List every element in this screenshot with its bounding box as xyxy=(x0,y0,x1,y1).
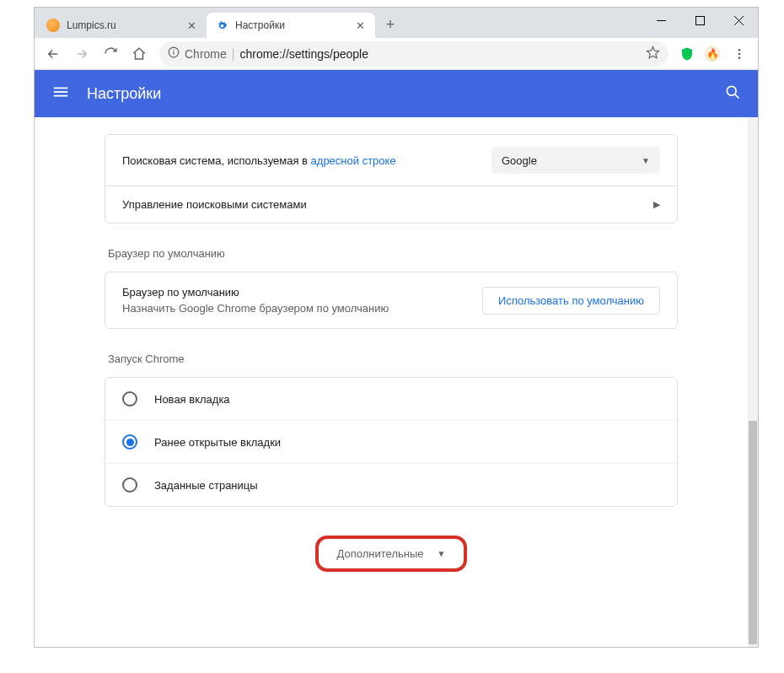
omnibox-url: chrome://settings/people xyxy=(239,47,368,61)
advanced-toggle-button[interactable]: Дополнительные ▼ xyxy=(315,536,468,572)
maximize-button[interactable] xyxy=(680,8,719,33)
svg-rect-12 xyxy=(54,95,68,97)
address-bar[interactable]: Chrome | chrome://settings/people xyxy=(159,41,669,67)
chevron-down-icon: ▼ xyxy=(438,549,446,558)
radio-icon xyxy=(122,434,137,450)
site-info-icon[interactable] xyxy=(168,46,180,61)
search-engine-card: Поисковая система, используемая в адресн… xyxy=(105,134,678,223)
manage-label: Управление поисковыми системами xyxy=(122,198,653,211)
section-title-default-browser: Браузер по умолчанию xyxy=(108,247,678,260)
close-icon[interactable]: ✕ xyxy=(353,19,367,32)
extension-flame-icon[interactable]: 🔥 xyxy=(701,42,724,66)
address-bar-link[interactable]: адресной строке xyxy=(311,154,396,167)
startup-card: Новая вкладка Ранее открытые вкладки Зад… xyxy=(105,377,678,507)
browser-tab-lumpics[interactable]: Lumpics.ru ✕ xyxy=(38,13,207,38)
svg-point-13 xyxy=(727,86,736,95)
search-engine-dropdown[interactable]: Google ▼ xyxy=(491,147,660,174)
content-area: Поисковая система, используемая в адресн… xyxy=(35,117,758,647)
menu-icon[interactable] xyxy=(51,83,70,105)
gear-icon xyxy=(215,19,228,32)
search-icon[interactable] xyxy=(724,83,741,104)
radio-icon xyxy=(122,477,137,493)
extension-shield-icon[interactable] xyxy=(675,42,699,66)
default-browser-text: Браузер по умолчанию Назначить Google Ch… xyxy=(122,286,482,315)
startup-option-continue[interactable]: Ранее открытые вкладки xyxy=(105,420,677,463)
browser-menu-button[interactable] xyxy=(726,40,753,67)
section-title-startup: Запуск Chrome xyxy=(108,353,678,365)
tab-title: Lumpics.ru xyxy=(67,19,185,31)
svg-rect-1 xyxy=(695,16,704,24)
minimize-button[interactable] xyxy=(642,8,680,33)
dropdown-value: Google xyxy=(502,154,537,167)
close-window-button[interactable] xyxy=(719,8,758,33)
startup-option-new-tab[interactable]: Новая вкладка xyxy=(105,378,677,420)
svg-rect-5 xyxy=(173,51,174,55)
radio-icon xyxy=(122,391,137,406)
page-title: Настройки xyxy=(87,85,161,103)
window-titlebar: Lumpics.ru ✕ Настройки ✕ + xyxy=(35,8,758,38)
window-controls xyxy=(642,8,758,33)
default-browser-title: Браузер по умолчанию xyxy=(122,286,482,299)
omnibox-divider: | xyxy=(232,47,235,61)
svg-point-8 xyxy=(738,52,741,55)
chevron-down-icon: ▼ xyxy=(642,156,650,165)
label-text: Поисковая система, используемая в xyxy=(122,154,311,167)
radio-label: Ранее открытые вкладки xyxy=(154,436,281,449)
search-engine-row[interactable]: Поисковая система, используемая в адресн… xyxy=(105,135,677,186)
default-browser-card: Браузер по умолчанию Назначить Google Ch… xyxy=(105,272,678,329)
favicon-lumpics xyxy=(46,19,60,32)
back-button[interactable] xyxy=(40,40,67,67)
startup-option-specific-pages[interactable]: Заданные страницы xyxy=(105,463,677,506)
advanced-label: Дополнительные xyxy=(337,547,424,560)
default-browser-row: Браузер по умолчанию Назначить Google Ch… xyxy=(105,272,677,328)
new-tab-button[interactable]: + xyxy=(379,13,402,36)
svg-rect-10 xyxy=(54,88,68,89)
manage-search-engines-row[interactable]: Управление поисковыми системами ▶ xyxy=(105,186,677,223)
browser-tab-settings[interactable]: Настройки ✕ xyxy=(207,13,375,38)
forward-button[interactable] xyxy=(68,40,95,67)
tab-title: Настройки xyxy=(235,19,353,31)
vertical-scrollbar[interactable] xyxy=(748,117,758,647)
svg-point-9 xyxy=(738,57,741,59)
svg-rect-11 xyxy=(54,91,68,93)
omnibox-prefix: Chrome xyxy=(185,47,227,61)
make-default-button[interactable]: Использовать по умолчанию xyxy=(482,287,660,315)
browser-toolbar: Chrome | chrome://settings/people 🔥 xyxy=(35,38,758,70)
settings-content: Поисковая система, используемая в адресн… xyxy=(35,117,748,647)
bookmark-star-icon[interactable] xyxy=(646,46,660,62)
radio-label: Новая вкладка xyxy=(154,393,230,406)
close-icon[interactable]: ✕ xyxy=(185,19,198,32)
default-browser-subtitle: Назначить Google Chrome браузером по умо… xyxy=(122,302,482,315)
svg-point-7 xyxy=(738,49,741,51)
svg-line-14 xyxy=(735,94,739,99)
tab-strip: Lumpics.ru ✕ Настройки ✕ + xyxy=(35,8,402,38)
advanced-section: Дополнительные ▼ xyxy=(105,536,678,572)
home-button[interactable] xyxy=(126,40,153,67)
reload-button[interactable] xyxy=(97,40,124,67)
svg-rect-6 xyxy=(173,50,174,51)
settings-header: Настройки xyxy=(35,70,758,117)
chevron-right-icon: ▶ xyxy=(653,199,660,210)
scrollbar-thumb[interactable] xyxy=(749,421,757,644)
radio-label: Заданные страницы xyxy=(154,479,258,492)
search-engine-label: Поисковая система, используемая в адресн… xyxy=(122,154,491,167)
